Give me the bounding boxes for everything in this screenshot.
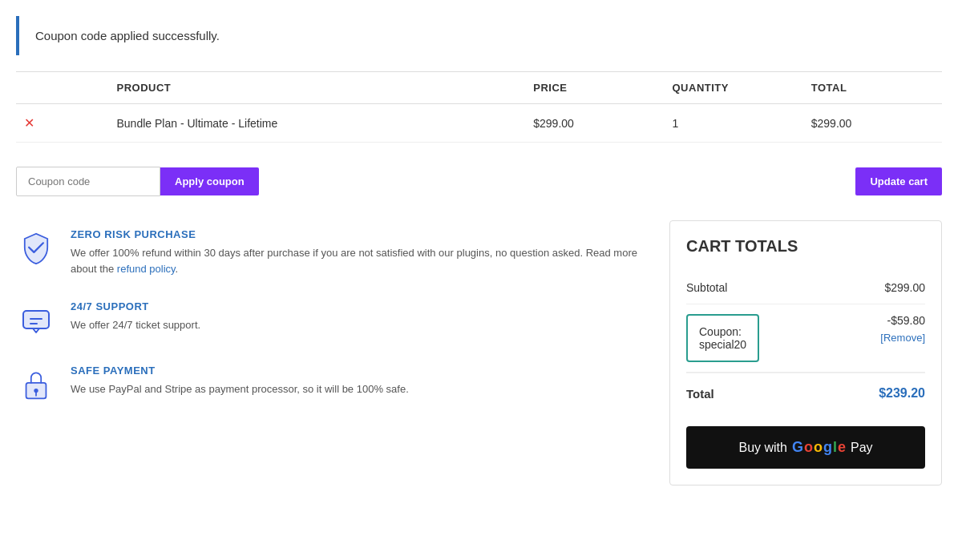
lock-icon — [16, 365, 56, 405]
buy-with-text: Buy with — [738, 441, 786, 455]
feature-payment-desc: We use PayPal and Stripe as payment proc… — [71, 381, 409, 397]
product-name: Bundle Plan - Ultimate - Lifetime — [109, 104, 526, 143]
subtotal-value: $299.00 — [884, 281, 925, 294]
table-row: ✕ Bundle Plan - Ultimate - Lifetime $299… — [16, 104, 942, 143]
coupon-totals-row: Coupon: special20 -$59.80 [Remove] — [686, 304, 925, 373]
remove-coupon-link[interactable]: [Remove] — [880, 332, 925, 344]
coupon-discount-value: -$59.80 — [880, 314, 925, 327]
shield-icon — [16, 228, 56, 268]
feature-support: 24/7 SUPPORT We offer 24/7 ticket suppor… — [16, 300, 653, 340]
feature-zero-risk: ZERO RISK PURCHASE We offer 100% refund … — [16, 228, 653, 276]
feature-support-desc: We offer 24/7 ticket support. — [71, 317, 200, 333]
total-final-label: Total — [686, 387, 714, 401]
coupon-row: Apply coupon Update cart — [16, 159, 942, 212]
col-quantity: QUANTITY — [665, 72, 803, 104]
cart-table: PRODUCT PRICE QUANTITY TOTAL ✕ Bundle Pl… — [16, 71, 942, 143]
feature-payment: SAFE PAYMENT We use PayPal and Stripe as… — [16, 365, 653, 405]
product-price: $299.00 — [525, 104, 664, 143]
coupon-left: Apply coupon — [16, 167, 259, 196]
coupon-label-name: Coupon: special20 — [699, 325, 746, 351]
apply-coupon-button[interactable]: Apply coupon — [160, 167, 259, 195]
remove-item-button[interactable]: ✕ — [24, 115, 34, 131]
subtotal-label: Subtotal — [686, 281, 727, 294]
product-total: $299.00 — [803, 104, 942, 143]
success-message: Coupon code applied successfully. — [35, 29, 220, 42]
cart-totals-section: CART TOTALS Subtotal $299.00 Coupon: spe… — [669, 220, 942, 485]
total-row: Total $239.20 — [686, 373, 925, 410]
refund-policy-link[interactable]: refund policy — [117, 263, 176, 275]
col-price: PRICE — [525, 72, 664, 104]
col-total: TOTAL — [803, 72, 942, 104]
feature-payment-title: SAFE PAYMENT — [71, 365, 409, 377]
coupon-box: Coupon: special20 — [686, 314, 759, 362]
cart-section: PRODUCT PRICE QUANTITY TOTAL ✕ Bundle Pl… — [0, 71, 958, 212]
feature-zero-risk-text: ZERO RISK PURCHASE We offer 100% refund … — [71, 228, 653, 276]
col-remove — [16, 72, 109, 104]
col-product: PRODUCT — [109, 72, 526, 104]
feature-zero-risk-desc: We offer 100% refund within 30 days afte… — [71, 245, 653, 276]
product-quantity: 1 — [665, 104, 803, 143]
pay-text: Pay — [851, 441, 873, 455]
feature-payment-text: SAFE PAYMENT We use PayPal and Stripe as… — [71, 365, 409, 397]
gpay-logo: Google — [792, 439, 846, 456]
feature-zero-risk-title: ZERO RISK PURCHASE — [71, 228, 653, 240]
feature-support-text: 24/7 SUPPORT We offer 24/7 ticket suppor… — [71, 300, 200, 333]
cart-totals-title: CART TOTALS — [686, 237, 925, 256]
success-banner: Coupon code applied successfully. — [16, 16, 942, 55]
subtotal-row: Subtotal $299.00 — [686, 272, 925, 304]
update-cart-button[interactable]: Update cart — [855, 167, 942, 195]
features-section: ZERO RISK PURCHASE We offer 100% refund … — [16, 220, 653, 485]
total-final-value: $239.20 — [879, 386, 925, 401]
support-icon — [16, 300, 56, 340]
main-content: ZERO RISK PURCHASE We offer 100% refund … — [0, 212, 958, 502]
coupon-input[interactable] — [16, 167, 160, 196]
feature-support-title: 24/7 SUPPORT — [71, 300, 200, 312]
buy-with-gpay-button[interactable]: Buy with Google Pay — [686, 426, 925, 469]
